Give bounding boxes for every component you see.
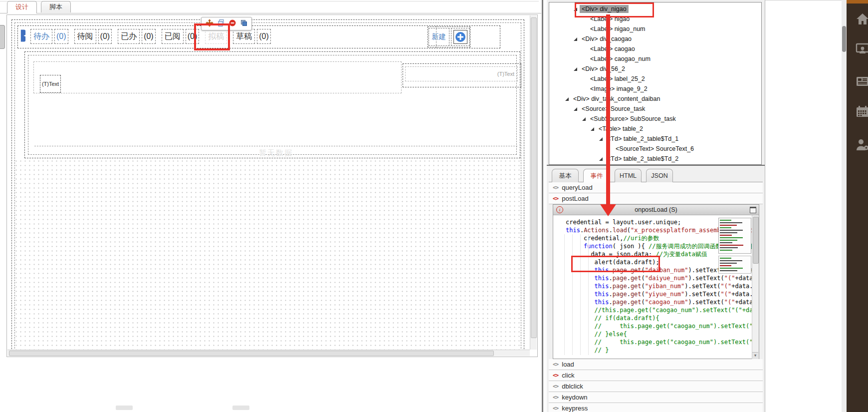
inspector-column: <Div> div_nigao<Label> nigao<Label> niga… [547, 0, 765, 412]
designer-item-count[interactable]: (0) [54, 29, 68, 44]
design-canvas[interactable]: 待办(0)待阅(0)已办(0)已阅(0)拟稿草稿(0) 新建 (T)Text [6, 14, 538, 357]
tree-row[interactable]: <Div> div_56_2 [549, 64, 761, 74]
designer-item-count[interactable]: (0) [257, 29, 271, 44]
tree-row[interactable]: <Td> table_2_table$Td_1 [549, 134, 761, 144]
event-row-click[interactable]: <>click [549, 370, 763, 381]
designer-item-label[interactable]: 待阅 [74, 29, 96, 44]
tree-expand-icon[interactable] [599, 157, 603, 161]
tree-node-label[interactable]: <Td> table_2_table$Td_2 [605, 155, 680, 163]
maximize-icon[interactable] [750, 207, 756, 213]
event-row-postLoad[interactable]: <>postLoad [549, 193, 763, 204]
designer-tab-1[interactable]: 脚本 [41, 1, 71, 12]
code-line: // this.page.get("caogao_num").setText("… [553, 322, 759, 330]
tree-node-label[interactable]: <Source> Source_task [580, 105, 647, 113]
event-row-load[interactable]: <>load [549, 359, 763, 370]
inspector-tab-JSON[interactable]: JSON [646, 169, 673, 182]
tree-node-label[interactable]: <SourceText> SourceText_6 [614, 145, 696, 153]
tree-node-label[interactable]: <Td> table_2_table$Td_1 [605, 135, 680, 143]
tree-expand-icon[interactable] [565, 97, 569, 101]
tree-expand-icon[interactable] [574, 37, 577, 41]
table-cell-left[interactable]: (T)Text [33, 61, 402, 93]
designer-item-label[interactable]: 待办 [30, 29, 52, 44]
drag-handle-icon[interactable] [19, 29, 26, 44]
tabbar-underline [0, 13, 541, 13]
scrollbar-thumb[interactable] [9, 351, 494, 356]
scrollbar-thumb[interactable] [753, 217, 759, 264]
tree-expand-icon[interactable] [599, 137, 603, 141]
designer-tab-0[interactable]: 设计 [7, 1, 37, 13]
code-line: // }else{ [553, 330, 759, 338]
minimap-line [720, 242, 732, 243]
scroll-down-icon[interactable]: ▼ [752, 352, 758, 359]
code-scrollbar[interactable]: ▼ [752, 215, 759, 359]
scrollbar-thumb[interactable] [531, 17, 537, 338]
event-row-keypress[interactable]: <>keypress [549, 403, 763, 412]
user-monitor-icon[interactable] [856, 42, 868, 56]
designer-item-count[interactable]: (0) [142, 29, 156, 44]
code-editor-header[interactable]: i onpostLoad (S) [553, 205, 759, 215]
new-button-icon-cell[interactable] [451, 28, 470, 46]
code-editor[interactable]: i onpostLoad (S) credential = layout.use… [553, 204, 759, 359]
panel-collapse-handle[interactable] [0, 25, 5, 49]
minimap-line [720, 225, 737, 226]
tree-row[interactable]: <Table> table_2 [549, 124, 761, 134]
tree-node-label[interactable]: <SubSource> SubSource_task [588, 115, 678, 123]
minimap-line [720, 270, 737, 271]
news-icon[interactable] [856, 75, 868, 89]
tree-node-label[interactable]: <Label> caogao [588, 45, 637, 53]
calendar-icon[interactable] [856, 105, 868, 119]
tree-expand-icon[interactable] [582, 117, 586, 121]
tree-row[interactable]: <Div> div_task_content_daiban [549, 94, 761, 104]
tree-node-label[interactable]: <Div> div_task_content_daiban [571, 95, 662, 103]
tree-expand-icon[interactable] [574, 67, 577, 71]
event-list-top: <>queryLoad<>postLoad [549, 182, 763, 204]
designer-item-label[interactable]: 草稿 [233, 29, 255, 44]
tree-row[interactable]: <Label> label_25_2 [549, 74, 761, 84]
task-list-container[interactable]: (T)Text (T)Text 暂无数据 [24, 51, 520, 158]
tree-row[interactable]: <Td> table_2_table$Td_2 [549, 154, 761, 164]
tree-row[interactable]: <Source> Source_task [549, 104, 761, 114]
tree-row[interactable]: <Image> image_9_2 [549, 84, 761, 94]
event-row-dblclick[interactable]: <>dblclick [549, 381, 763, 392]
table-cell-right[interactable]: (T)Text [403, 63, 521, 87]
plus-circle-icon[interactable] [453, 30, 467, 44]
canvas-horizontal-scrollbar[interactable] [7, 350, 530, 356]
tree-row[interactable]: <Div> div_caogao [549, 34, 761, 44]
tree-node-label[interactable]: <Div> div_56_2 [580, 65, 627, 73]
tree-expand-icon[interactable] [591, 127, 594, 131]
layout-icon[interactable] [240, 19, 248, 29]
tree-node-label[interactable]: <Label> nigao_num [588, 25, 648, 33]
designer-item-count[interactable]: (0) [98, 29, 112, 44]
source-text-left[interactable]: (T)Text [40, 75, 61, 93]
home-icon[interactable] [856, 12, 868, 26]
tree-row[interactable]: <SubSource> SubSource_task [549, 114, 761, 124]
code-editor-body[interactable]: credential = layout.user.unique;this.Act… [553, 215, 759, 359]
tree-node-label[interactable]: <Label> label_25_2 [588, 75, 647, 83]
inspector-tab-HTML[interactable]: HTML [615, 169, 642, 182]
minimap-line [720, 230, 743, 231]
event-name: keydown [562, 394, 587, 401]
user-settings-icon[interactable] [856, 138, 868, 152]
designer-item-group-1: 待阅(0) [74, 29, 112, 44]
canvas-vertical-scrollbar[interactable] [530, 15, 537, 350]
event-row-keydown[interactable]: <>keydown [549, 392, 763, 403]
page-scrollbar[interactable] [842, 0, 847, 412]
tree-row[interactable]: <Label> caogao [549, 44, 761, 54]
tree-row[interactable]: <Label> caogao_num [549, 54, 761, 64]
new-button[interactable]: 新建 [429, 28, 449, 46]
tree-row[interactable]: <Label> nigao_num [549, 24, 761, 34]
event-row-queryLoad[interactable]: <>queryLoad [549, 182, 763, 193]
designer-item-label[interactable]: 已办 [118, 29, 140, 44]
element-tree-panel[interactable]: <Div> div_nigao<Label> nigao<Label> niga… [549, 2, 762, 165]
scrollbar-thumb[interactable] [842, 26, 846, 52]
tree-node-label[interactable]: <Image> image_9_2 [588, 85, 650, 93]
minimap-line [720, 263, 737, 264]
inspector-tab-基本[interactable]: 基本 [552, 169, 579, 182]
tree-node-label[interactable]: <Table> table_2 [597, 125, 645, 133]
source-text-right[interactable]: (T)Text [405, 66, 518, 81]
tree-expand-icon[interactable] [574, 107, 577, 111]
tree-node-label[interactable]: <Label> caogao_num [588, 55, 652, 63]
panel-divider[interactable] [547, 165, 765, 166]
designer-item-label[interactable]: 已阅 [162, 29, 184, 44]
tree-row[interactable]: <SourceText> SourceText_6 [549, 144, 761, 154]
